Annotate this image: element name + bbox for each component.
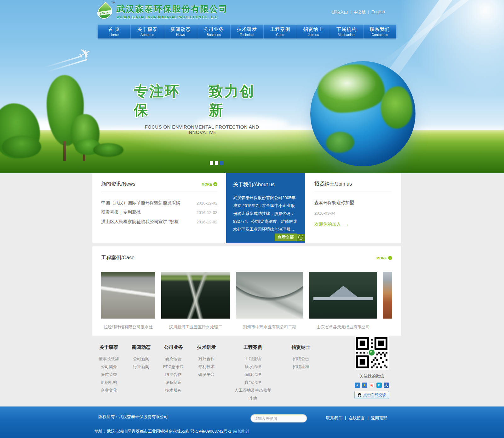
case-caption: 荆州市中环水业有限公司二期 xyxy=(236,324,303,330)
company-name-cn: 武汉森泰环保股份有限公司 xyxy=(117,3,228,14)
footer-link[interactable]: 废水治理 xyxy=(223,363,283,371)
news-item[interactable]: 洪山区人民检察院莅临我公司宣讲 “鄂检 2016-12-02 xyxy=(101,217,217,227)
nav-item-technical[interactable]: 技术研发 Technical xyxy=(230,25,263,38)
view-all-button[interactable]: 查看全部 → xyxy=(275,233,305,241)
english-version-link[interactable]: English xyxy=(371,9,385,15)
separator: | xyxy=(367,415,368,421)
contact-us-link[interactable]: 联系我们 xyxy=(326,415,342,421)
news-item[interactable]: 中国（武汉）国际节能环保暨新能源采购 2016-12-02 xyxy=(101,198,217,208)
nav-item-contact[interactable]: 联系我们 Contact us xyxy=(363,25,396,38)
footer-link[interactable]: 组织机构 xyxy=(92,378,125,386)
qzone-icon[interactable]: ★ xyxy=(362,383,367,388)
nav-item-business[interactable]: 公司业务 Business xyxy=(197,25,230,38)
airplane-icon: ✈ xyxy=(75,43,95,64)
case-item[interactable]: 荆州市中环水业有限公司二期 xyxy=(236,272,303,330)
globe-continent xyxy=(326,132,354,153)
nav-item-news[interactable]: 新闻动态 News xyxy=(164,25,197,38)
footer-link[interactable]: 资质荣誉 xyxy=(92,371,125,378)
nav-item-home[interactable]: 首 页 Home xyxy=(98,25,130,38)
case-item[interactable]: 拉经纬纤维有限公司废水处 xyxy=(101,272,155,330)
carousel-dot-2[interactable] xyxy=(215,161,218,165)
company-logo[interactable]: SENTAI TM 武汉森泰环保股份有限公司 WUHAN SENTAI ENVI… xyxy=(97,2,228,20)
join-welcome-link[interactable]: 欢迎你的加入 → xyxy=(314,221,392,228)
qq-penguin-icon xyxy=(358,393,362,397)
online-chat-button[interactable]: 点击在线交谈 xyxy=(354,391,389,399)
news-more-link[interactable]: MORE → xyxy=(202,182,217,186)
wechat-qr-code xyxy=(355,336,389,370)
footer-link[interactable]: 董事长致辞 xyxy=(92,355,125,363)
footer-link[interactable]: 企业文化 xyxy=(92,386,125,394)
site-stats-link[interactable]: 站长统计 xyxy=(233,429,249,434)
news-panel: 新闻资讯/News MORE → 中国（武汉）国际节能环保暨新能源采购 2016… xyxy=(92,173,226,243)
wechat-area: 关注我的微信 + ★ ◉ P 人 点击在线交谈 xyxy=(353,336,390,399)
footer-link[interactable]: 工程业绩 xyxy=(223,355,283,363)
footer-link[interactable]: 公司新闻 xyxy=(125,355,157,363)
bush xyxy=(93,143,123,157)
search-icon[interactable] xyxy=(304,416,304,420)
slogan-cn-right: 致力创新 xyxy=(209,82,270,120)
arrow-right-icon: → xyxy=(344,221,349,228)
footer-link[interactable]: PPP合作 xyxy=(157,371,190,378)
footer-link[interactable]: 对外合作 xyxy=(190,355,223,363)
carousel-dots xyxy=(210,161,223,165)
weibo-icon[interactable]: ◉ xyxy=(369,383,375,388)
news-section-title: 新闻资讯/News xyxy=(101,181,135,187)
nav-item-about[interactable]: 关于森泰 About us xyxy=(130,25,163,38)
globe-highlight xyxy=(317,64,378,102)
footer-col-technical: 技术研发 对外合作 专利技术 研发平台 xyxy=(190,344,223,402)
chinese-version-link[interactable]: 中文版 xyxy=(353,9,366,15)
footer-link[interactable]: 研发平台 xyxy=(190,371,223,378)
footer-link[interactable]: 设备制造 xyxy=(157,378,190,386)
footer-link[interactable]: 公司简介 xyxy=(92,363,125,371)
news-item[interactable]: 研发喜报｜专利获批 2016-12-02 xyxy=(101,208,217,217)
search-box xyxy=(250,414,307,423)
about-intro-text: 武汉森泰环保股份有限公司2005年成立,2015年7月在全国中小企业股份转让系统… xyxy=(233,194,298,233)
case-item[interactable]: 山东省单县天元纸业有限公司 xyxy=(309,272,377,330)
case-item-partial[interactable] xyxy=(383,272,392,330)
tree-bush xyxy=(2,135,41,158)
footer-link[interactable]: 招聘流程 xyxy=(283,363,319,371)
divider xyxy=(101,192,217,192)
nav-item-mechanism[interactable]: 下属机构 Mechanism xyxy=(330,25,363,38)
renren-icon[interactable]: 人 xyxy=(384,383,389,388)
separator: | xyxy=(345,415,346,421)
join-item-title[interactable]: 森泰环保欢迎你加盟 xyxy=(314,200,392,206)
nav-item-join-us[interactable]: 招贤纳士 Join us xyxy=(297,25,330,38)
p-share-icon[interactable]: P xyxy=(376,383,382,388)
share-plus-icon[interactable]: + xyxy=(355,383,360,388)
slogan-cn-left: 专注环保 xyxy=(134,82,195,120)
address-text: 地址：武汉市洪山区青菱都市工业园银湖企业城55栋 鄂ICP备09063742号-… xyxy=(94,429,249,434)
footer-link[interactable]: 其他 xyxy=(223,394,283,402)
footer-link[interactable]: 招聘公告 xyxy=(283,355,319,363)
more-arrow-icon: → xyxy=(388,256,392,260)
carousel-dot-1[interactable] xyxy=(210,161,213,165)
carousel-dot-3-active[interactable] xyxy=(220,161,223,165)
footer-link[interactable]: 废气治理 xyxy=(223,378,283,386)
content-row-1: 新闻资讯/News MORE → 中国（武汉）国际节能环保暨新能源采购 2016… xyxy=(92,173,401,243)
more-arrow-icon: → xyxy=(213,182,217,186)
footer-link[interactable]: 技术服务 xyxy=(157,386,190,394)
bottom-utility-links: 联系我们 | 在线留言 | 返回顶部 xyxy=(326,415,387,421)
case-caption: 拉经纬纤维有限公司废水处 xyxy=(101,324,155,330)
case-item[interactable]: 汉川新河工业园区污水处理二 xyxy=(161,272,230,330)
footer-link[interactable]: 行业新闻 xyxy=(125,363,157,371)
case-section-title: 工程案例/Case xyxy=(101,255,135,261)
mailbox-link[interactable]: 邮箱入口 xyxy=(332,9,348,15)
footer-col-join: 招贤纳士 招聘公告 招聘流程 xyxy=(283,344,319,402)
back-to-top-link[interactable]: 返回顶部 xyxy=(371,415,387,421)
footer-link[interactable]: 委托运营 xyxy=(157,355,190,363)
news-date: 2016-12-02 xyxy=(197,220,218,224)
online-message-link[interactable]: 在线留言 xyxy=(348,415,365,421)
footer-link[interactable]: 人工湿地及生态修复 xyxy=(223,386,283,394)
news-date: 2016-12-02 xyxy=(197,201,218,205)
page: ✈ 专注环保 致力创新 FOCUS ON ENVIRONMENTAL PROTE… xyxy=(0,0,504,438)
case-more-link[interactable]: MORE → xyxy=(376,256,392,260)
footer-link[interactable]: 固废治理 xyxy=(223,371,283,378)
search-input[interactable] xyxy=(254,416,304,421)
top-header: SENTAI TM 武汉森泰环保股份有限公司 WUHAN SENTAI ENVI… xyxy=(0,0,504,25)
join-item-date: 2016-03-04 xyxy=(314,211,392,216)
news-date: 2016-12-02 xyxy=(197,210,218,215)
nav-item-case[interactable]: 工程案例 Case xyxy=(263,25,296,38)
footer-link[interactable]: 专利技术 xyxy=(190,363,223,371)
footer-link[interactable]: EPC总承包 xyxy=(157,363,190,371)
